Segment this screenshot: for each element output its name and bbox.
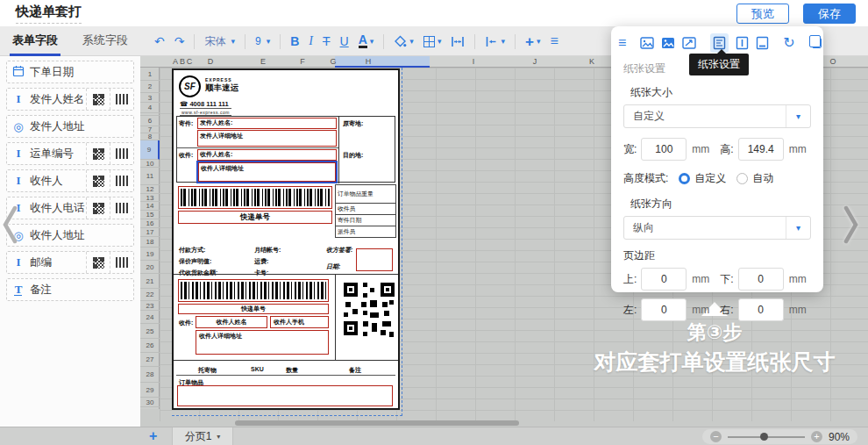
qr-code-mini-button[interactable] <box>86 170 110 191</box>
row-header-1[interactable]: 1 <box>140 68 160 81</box>
row-header-13[interactable]: 13 <box>140 194 160 202</box>
expand-panel-chevron[interactable] <box>842 204 861 246</box>
sidebar-item-receiver-phone[interactable]: I 收件人电话 <box>6 197 134 219</box>
column-header-G[interactable]: G <box>330 56 336 68</box>
column-header-J[interactable]: J <box>533 56 537 68</box>
barcode-mini-button[interactable] <box>110 143 133 164</box>
hamburger-icon[interactable]: ≡ <box>618 36 626 50</box>
field-receiver2-address[interactable]: 收件人详细地址 <box>196 330 329 355</box>
page-tab[interactable]: 分页1 ▾ <box>172 427 233 445</box>
column-header-H[interactable]: H <box>366 56 372 68</box>
split-vertical-button[interactable] <box>736 36 749 50</box>
sidebar-item-sender-address[interactable]: ◎ 发件人地址 <box>6 115 134 138</box>
split-horizontal-button[interactable] <box>756 36 769 50</box>
height-input[interactable] <box>738 138 784 161</box>
barcode-mini-button[interactable] <box>110 252 133 273</box>
row-header-10[interactable]: 10 <box>140 160 160 168</box>
field-sender-address[interactable]: 发件人详细地址 <box>197 130 337 147</box>
column-header-C[interactable]: C <box>187 56 193 68</box>
margin-right-input[interactable] <box>738 298 784 321</box>
row-header-4[interactable]: 4 <box>140 103 160 113</box>
field-sender-name[interactable]: 发件人姓名: <box>197 118 337 129</box>
orientation-select[interactable]: 纵向 ▾ <box>623 216 811 240</box>
row-header-11[interactable]: 11 <box>140 168 160 185</box>
row-header-17[interactable]: 17 <box>140 228 160 237</box>
barcode-mini-button[interactable] <box>110 170 133 191</box>
zoom-slider-thumb[interactable] <box>760 433 768 441</box>
qr-code-mini-button[interactable] <box>86 89 110 110</box>
margin-left-input[interactable] <box>641 298 687 321</box>
horizontal-scrollbar[interactable] <box>235 420 519 426</box>
sidebar-item-receiver-address[interactable]: ◎ 收件人地址 <box>6 224 134 247</box>
column-header-D[interactable]: D <box>208 56 214 68</box>
sidebar-item-postcode[interactable]: I 邮编 <box>6 251 134 274</box>
row-header-12[interactable]: 12 <box>140 185 160 194</box>
image-link-button[interactable] <box>682 37 696 49</box>
width-input[interactable] <box>641 138 687 161</box>
column-header-F[interactable]: F <box>300 56 305 68</box>
font-size-select[interactable]: 9 ▾ <box>255 35 270 47</box>
shipping-label-template[interactable]: SF EXPRESS 顺丰速运 ☎ 4008 111 111 www.sf-ex… <box>172 68 400 410</box>
field-order-goods[interactable] <box>177 385 393 406</box>
field-receiver2-name[interactable]: 收件人姓名 <box>196 316 267 328</box>
row-header-28[interactable]: 28 <box>140 367 160 383</box>
row-header-8[interactable]: 8 <box>140 133 160 140</box>
margin-bottom-input[interactable] <box>738 268 784 291</box>
row-header-19[interactable]: 19 <box>140 248 160 261</box>
waybill-barcode[interactable] <box>178 186 332 209</box>
image-outline-button[interactable] <box>640 37 654 49</box>
field-date[interactable] <box>356 248 393 271</box>
tab-form-fields[interactable]: 表单字段 <box>0 26 70 56</box>
row-header-9[interactable]: 9 <box>140 140 160 160</box>
image-filled-button[interactable] <box>661 37 675 49</box>
row-header-24[interactable]: 24 <box>140 311 160 324</box>
zoom-out-button[interactable]: − <box>710 431 722 442</box>
column-header-B[interactable]: B <box>180 56 185 68</box>
row-header-30[interactable]: 30 <box>140 398 160 407</box>
undo-button[interactable]: ↶ <box>154 35 165 47</box>
merge-cells-button[interactable] <box>451 35 465 48</box>
insert-button[interactable]: + ▾ <box>525 34 540 49</box>
row-header-18[interactable]: 18 <box>140 237 160 248</box>
font-color-button[interactable]: A ▾ <box>359 34 374 48</box>
waybill-barcode-2[interactable] <box>178 279 329 302</box>
bold-button[interactable]: B <box>290 35 299 47</box>
column-header-A[interactable]: A <box>173 56 178 68</box>
fill-color-button[interactable]: ▾ <box>394 35 414 48</box>
row-header-25[interactable]: 25 <box>140 324 160 339</box>
field-receiver-address-selected[interactable]: 收件人详细地址 <box>198 162 336 182</box>
qr-code-mini-button[interactable] <box>86 197 110 219</box>
row-header-29[interactable]: 29 <box>140 383 160 398</box>
margin-top-input[interactable] <box>641 268 687 291</box>
row-header-20[interactable]: 20 <box>140 261 160 274</box>
borders-button[interactable]: ▾ <box>423 36 442 47</box>
column-header-K[interactable]: K <box>589 56 594 68</box>
field-receiver-name[interactable]: 收件人姓名: <box>197 149 337 161</box>
row-header-21[interactable]: 21 <box>140 274 160 289</box>
barcode-mini-button[interactable] <box>110 197 133 219</box>
paper-size-select[interactable]: 自定义 ▾ <box>623 104 811 128</box>
column-header-O[interactable]: O <box>829 56 836 68</box>
row-header-15[interactable]: 15 <box>140 211 160 219</box>
row-header-16[interactable]: 16 <box>140 219 160 228</box>
zoom-in-button[interactable]: + <box>811 431 822 442</box>
tab-system-fields[interactable]: 系统字段 <box>70 26 140 56</box>
barcode-mini-button[interactable] <box>110 89 133 110</box>
font-family-select[interactable]: 宋体 ▾ <box>204 34 235 49</box>
copy-button[interactable] <box>809 38 822 48</box>
waybill-number-field-2[interactable]: 快递单号 <box>178 304 329 314</box>
redo-button[interactable]: ↷ <box>174 35 185 47</box>
radio-auto[interactable] <box>736 173 748 184</box>
qr-code-mini-button[interactable] <box>86 143 110 164</box>
collapse-sidebar-chevron[interactable] <box>1 204 20 246</box>
column-header-I[interactable]: I <box>473 56 475 68</box>
sidebar-item-receiver[interactable]: I 收件人 <box>6 169 134 192</box>
refresh-button[interactable]: ↻ <box>783 36 794 50</box>
add-page-button[interactable]: + <box>149 428 157 444</box>
underline-button[interactable]: U <box>340 35 349 47</box>
preview-button[interactable]: 预览 <box>736 4 789 24</box>
column-header-E[interactable]: E <box>260 56 266 68</box>
qr-code[interactable] <box>344 281 395 341</box>
row-header-3[interactable]: 3 <box>140 93 160 103</box>
list-button[interactable]: ≡ <box>550 34 558 48</box>
